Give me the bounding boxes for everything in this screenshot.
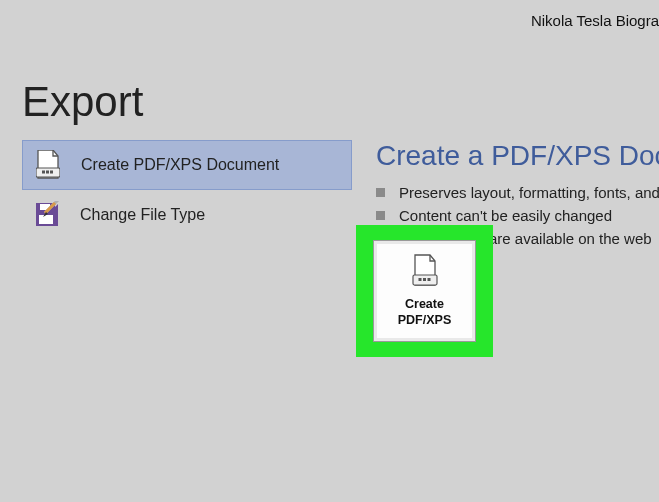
option-label: Create PDF/XPS Document (81, 156, 279, 174)
page-title: Export (22, 78, 143, 126)
option-change-file-type[interactable]: Change File Type (22, 190, 352, 240)
button-label: Create PDF/XPS (385, 297, 465, 328)
pdf-document-icon (411, 253, 439, 289)
feature-text: Preserves layout, formatting, fonts, and… (399, 184, 659, 201)
svg-rect-5 (39, 215, 53, 224)
pdf-document-icon (33, 150, 63, 180)
svg-rect-1 (42, 171, 45, 174)
option-create-pdf-xps[interactable]: Create PDF/XPS Document (22, 140, 352, 190)
bullet-icon (376, 188, 385, 197)
svg-rect-9 (427, 278, 430, 281)
svg-rect-3 (50, 171, 53, 174)
bullet-icon (376, 211, 385, 220)
svg-rect-7 (418, 278, 421, 281)
create-pdf-xps-button[interactable]: Create PDF/XPS (373, 240, 476, 342)
svg-rect-8 (423, 278, 426, 281)
change-file-type-icon (32, 200, 62, 230)
document-title: Nikola Tesla Biogra (531, 12, 659, 29)
feature-item: Preserves layout, formatting, fonts, and… (376, 184, 659, 201)
feature-item: Content can't be easily changed (376, 207, 659, 224)
section-title: Create a PDF/XPS Documen (376, 140, 659, 172)
svg-rect-2 (46, 171, 49, 174)
option-label: Change File Type (80, 206, 205, 224)
export-options-list: Create PDF/XPS Document Change File Type (22, 140, 352, 240)
tutorial-highlight: Create PDF/XPS (356, 225, 493, 357)
feature-text: Content can't be easily changed (399, 207, 612, 224)
